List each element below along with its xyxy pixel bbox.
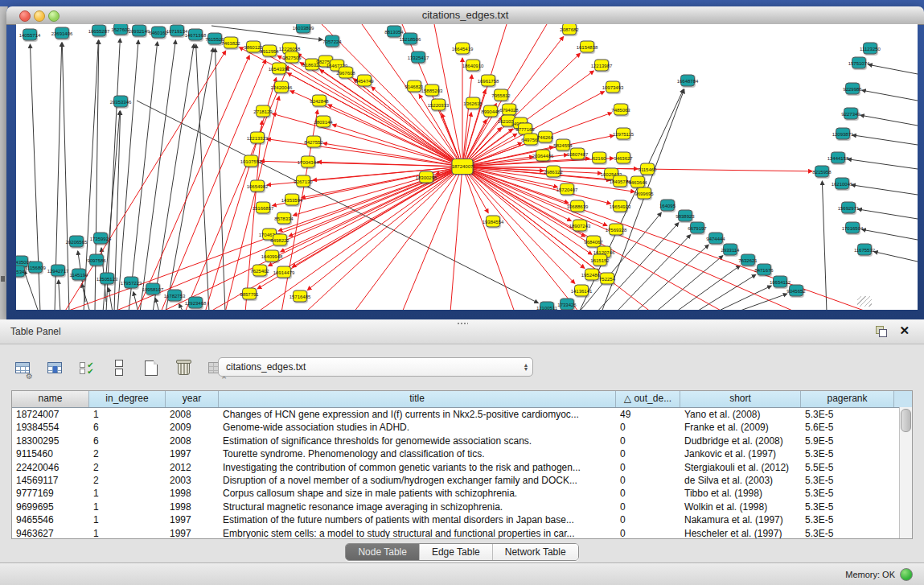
- graph-node[interactable]: 12213323: [250, 132, 265, 144]
- delete-column-icon[interactable]: [172, 356, 195, 379]
- graph-node[interactable]: 16782753: [167, 290, 182, 302]
- column-header-short[interactable]: short: [680, 391, 801, 407]
- graph-node[interactable]: 11156809: [28, 262, 43, 274]
- graph-node[interactable]: 17359924: [93, 233, 108, 245]
- graph-node[interactable]: 1362615: [466, 97, 480, 109]
- panel-resize-mark[interactable]: [1, 276, 5, 282]
- vertical-scrollbar[interactable]: [899, 407, 912, 538]
- graph-node[interactable]: 14055714: [23, 29, 37, 41]
- graph-node[interactable]: 12975115: [616, 128, 630, 140]
- graph-node[interactable]: 7955812: [494, 89, 508, 101]
- graph-node[interactable]: 15692971: [841, 202, 856, 214]
- graph-node[interactable]: 18495784: [613, 175, 627, 187]
- graph-node[interactable]: 7463822: [224, 37, 238, 49]
- graph-node[interactable]: 20353346: [113, 96, 128, 108]
- close-icon[interactable]: ✕: [899, 323, 910, 338]
- graph-node[interactable]: 17569328: [609, 224, 623, 236]
- graph-node[interactable]: 20364486: [536, 150, 550, 162]
- tab-node-table[interactable]: Node Table: [346, 544, 419, 560]
- graph-node[interactable]: 9097586: [89, 254, 104, 266]
- graph-node[interactable]: 746266: [538, 131, 552, 143]
- graph-node[interactable]: 10807487: [570, 148, 585, 160]
- graph-node[interactable]: 12923468: [188, 297, 203, 309]
- graph-node[interactable]: 10958107: [146, 283, 160, 295]
- graph-node[interactable]: 9146821: [407, 80, 421, 93]
- graph-node[interactable]: 15716485: [293, 290, 307, 303]
- column-header-out_degree[interactable]: △ out_de...: [616, 391, 680, 407]
- graph-node[interactable]: 9115460: [640, 163, 655, 175]
- column-header-year[interactable]: year: [166, 391, 219, 407]
- table-row[interactable]: 1938455462009Genome-wide association stu…: [12, 421, 912, 434]
- graph-node[interactable]: 9857791: [242, 288, 257, 300]
- graph-node[interactable]: 15885203: [425, 84, 439, 97]
- table-row[interactable]: 2242004622012Investigating the contribut…: [12, 461, 912, 474]
- new-column-icon[interactable]: [140, 356, 162, 379]
- graph-node[interactable]: 17016504: [845, 222, 860, 234]
- graph-node[interactable]: 8471676: [757, 264, 771, 276]
- graph-node[interactable]: 1145194: [72, 269, 86, 281]
- column-select-icon[interactable]: [43, 356, 66, 379]
- graph-node[interactable]: 7615526: [207, 33, 222, 45]
- table-row[interactable]: 1456911722003Disruption of a novel membe…: [12, 474, 912, 487]
- graph-node[interactable]: 10719134: [170, 25, 184, 37]
- graph-node[interactable]: 9345652: [789, 285, 803, 297]
- graph-node[interactable]: 11675532: [857, 244, 872, 256]
- graph-node[interactable]: 15166857: [256, 202, 270, 214]
- graph-node[interactable]: 15218506: [403, 33, 417, 45]
- graph-node[interactable]: 11123250: [863, 43, 877, 55]
- graph-node[interactable]: 9463644: [630, 176, 645, 188]
- graph-node[interactable]: 17004344: [301, 156, 315, 168]
- graph-node[interactable]: 20932149: [132, 25, 146, 37]
- graph-node[interactable]: 16210045: [835, 178, 849, 190]
- tab-edge-table[interactable]: Edge Table: [419, 544, 492, 560]
- graph-node[interactable]: 16154838: [580, 41, 594, 53]
- table-select-dropdown[interactable]: citations_edges.txt ▲▼: [218, 357, 533, 377]
- graph-node[interactable]: 14136141: [574, 285, 589, 297]
- graph-node[interactable]: 15220333: [431, 99, 446, 111]
- graph-node[interactable]: 7485063: [614, 104, 628, 116]
- graph-node[interactable]: 9860123: [246, 41, 261, 53]
- row-split-icon[interactable]: [108, 356, 130, 379]
- graph-node[interactable]: 7625402: [253, 265, 267, 277]
- graph-node[interactable]: 2933114: [723, 244, 737, 256]
- graph-node[interactable]: 12942717: [51, 265, 65, 277]
- graph-node[interactable]: 2087682: [562, 24, 577, 35]
- column-header-in_degree[interactable]: in_degree: [89, 391, 166, 407]
- column-header-pagerank[interactable]: pagerank: [801, 391, 894, 407]
- graph-node[interactable]: 19384554: [486, 216, 500, 228]
- graph-node[interactable]: 6679197: [690, 222, 704, 234]
- graph-node[interactable]: 10973493: [606, 81, 620, 93]
- column-checklist-icon[interactable]: ✔ ✔: [76, 356, 98, 379]
- graph-node[interactable]: 6460160: [151, 27, 166, 39]
- graph-node[interactable]: 2718129: [256, 105, 270, 117]
- graph-node[interactable]: 8454749: [357, 75, 372, 87]
- graph-node[interactable]: 10654112: [773, 276, 787, 288]
- graph-node[interactable]: 62160: [592, 152, 606, 164]
- graph-node[interactable]: 12505123: [100, 273, 114, 285]
- graph-node[interactable]: 8990448: [483, 105, 498, 117]
- graph-node[interactable]: 9699695: [637, 187, 651, 200]
- graph-node[interactable]: 1527602: [113, 24, 128, 35]
- graph-node[interactable]: 16648784: [680, 75, 695, 87]
- graph-node[interactable]: 6498222: [273, 234, 287, 246]
- scrollbar-thumb[interactable]: [901, 409, 911, 432]
- graph-node[interactable]: 10654982: [250, 180, 265, 192]
- graph-node[interactable]: 9227349: [844, 108, 858, 120]
- graph-node[interactable]: 9229986: [845, 83, 860, 95]
- graph-node[interactable]: 8912954: [262, 45, 277, 57]
- graph-node[interactable]: 18907243: [573, 220, 587, 232]
- zoom-window-button[interactable]: [48, 10, 60, 22]
- graph-node[interactable]: 5824554: [556, 139, 570, 151]
- graph-node[interactable]: 2967608: [339, 67, 353, 79]
- graph-node[interactable]: 9267130: [296, 175, 310, 187]
- window-titlebar[interactable]: citations_edges.txt: [6, 6, 924, 25]
- window-resize-grip[interactable]: [857, 296, 872, 307]
- panel-divider-grip[interactable]: [457, 322, 468, 325]
- graph-node[interactable]: 20206565: [69, 236, 84, 248]
- graph-node[interactable]: 22420046: [274, 81, 289, 93]
- graph-node[interactable]: 752254: [600, 273, 614, 285]
- graph-node[interactable]: 18640910: [466, 60, 480, 72]
- graph-node[interactable]: 8578334: [277, 212, 291, 225]
- graph-node[interactable]: 14353594: [285, 194, 299, 206]
- memory-indicator[interactable]: Memory: OK: [845, 563, 913, 585]
